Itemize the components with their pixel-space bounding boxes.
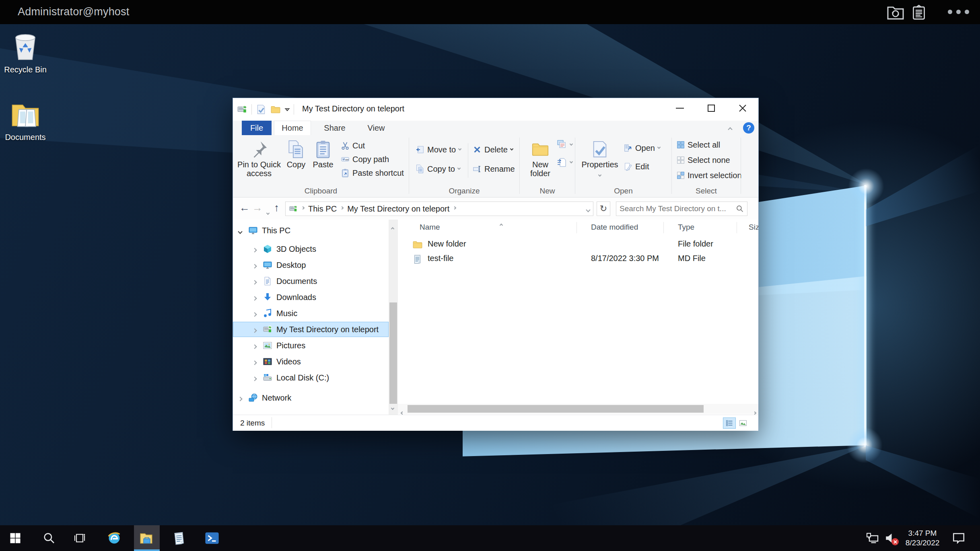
expander-icon[interactable] bbox=[253, 309, 256, 318]
select-all-button[interactable]: Select all bbox=[677, 139, 720, 150]
task-view-button[interactable] bbox=[67, 525, 93, 551]
taskbar-file-explorer[interactable] bbox=[134, 525, 160, 551]
tree-item-local-disk-c[interactable]: Local Disk (C:) bbox=[233, 370, 389, 385]
navigation-scrollbar[interactable] bbox=[389, 220, 398, 415]
tab-file[interactable]: File bbox=[242, 121, 272, 135]
recent-locations-icon[interactable] bbox=[267, 207, 269, 216]
open-button[interactable]: Open bbox=[624, 142, 660, 154]
tree-item-desktop[interactable]: Desktop bbox=[233, 257, 389, 273]
address-bar[interactable]: This PC My Test Directory on teleport bbox=[285, 201, 593, 216]
qat-new-folder-icon[interactable] bbox=[270, 104, 281, 115]
file-list-horizontal-scrollbar[interactable] bbox=[398, 404, 758, 414]
action-center-button[interactable] bbox=[952, 525, 966, 551]
tree-item-downloads[interactable]: Downloads bbox=[233, 290, 389, 305]
column-header-date-modified[interactable]: Date modified bbox=[591, 223, 638, 232]
taskbar-internet-explorer[interactable] bbox=[101, 525, 127, 551]
taskbar-search-button[interactable] bbox=[36, 525, 62, 551]
tree-item-videos[interactable]: Videos bbox=[233, 354, 389, 369]
easy-access-button[interactable] bbox=[557, 157, 572, 168]
breadcrumb-this-pc[interactable]: This PC bbox=[308, 204, 337, 214]
tray-network[interactable] bbox=[866, 525, 880, 551]
tree-item-this-pc[interactable]: This PC bbox=[233, 223, 389, 238]
file-row-test-file[interactable]: test-file 8/17/2022 3:30 PM MD File bbox=[398, 252, 758, 266]
tree-item-network[interactable]: Network bbox=[233, 390, 389, 405]
refresh-button[interactable]: ↻ bbox=[597, 201, 610, 216]
expander-icon[interactable] bbox=[253, 293, 256, 302]
invert-selection-button[interactable]: Invert selection bbox=[677, 170, 742, 181]
help-button[interactable]: ? bbox=[743, 122, 754, 134]
move-to-button[interactable]: Move to bbox=[416, 144, 461, 155]
ribbon-collapse-icon[interactable] bbox=[729, 124, 732, 133]
tree-item-music[interactable]: Music bbox=[233, 306, 389, 321]
tree-item-documents[interactable]: Documents bbox=[233, 273, 389, 289]
maximize-button[interactable] bbox=[698, 98, 725, 118]
up-icon[interactable]: ↑ bbox=[274, 201, 279, 214]
paste-shortcut-button[interactable]: Paste shortcut bbox=[341, 167, 404, 179]
edit-button[interactable]: Edit bbox=[624, 161, 649, 172]
taskbar-notepad[interactable] bbox=[167, 525, 192, 551]
tray-volume[interactable] bbox=[884, 525, 898, 551]
delete-button[interactable]: Delete bbox=[473, 144, 513, 155]
paste-button[interactable]: Paste bbox=[310, 138, 336, 169]
more-options-icon[interactable] bbox=[948, 10, 969, 14]
tree-item-my-test-directory[interactable]: My Test Directory on teleport bbox=[233, 322, 389, 337]
desktop-icon-documents[interactable]: Documents bbox=[3, 100, 47, 142]
clipboard-sharing-icon[interactable] bbox=[912, 5, 926, 20]
tab-view[interactable]: View bbox=[358, 121, 394, 135]
large-icons-view-button[interactable] bbox=[737, 417, 749, 429]
taskbar-clock[interactable]: 3:47 PM 8/23/2022 bbox=[900, 528, 945, 548]
tree-item-3d-objects[interactable]: 3D Objects bbox=[233, 241, 389, 257]
scroll-right-icon[interactable] bbox=[754, 407, 756, 415]
close-button[interactable] bbox=[729, 98, 756, 118]
back-icon[interactable]: ← bbox=[239, 201, 250, 214]
scroll-up-icon[interactable] bbox=[391, 223, 394, 232]
pin-to-quick-access-button[interactable]: Pin to Quick access bbox=[235, 138, 283, 178]
select-none-button[interactable]: Select none bbox=[677, 154, 730, 166]
breadcrumb-current-folder[interactable]: My Test Directory on teleport bbox=[347, 204, 449, 214]
cut-button[interactable]: Cut bbox=[341, 140, 365, 151]
copy-to-button[interactable]: Copy to bbox=[416, 163, 460, 175]
expander-icon[interactable] bbox=[253, 373, 256, 382]
expander-icon[interactable] bbox=[253, 325, 256, 334]
expander-icon[interactable] bbox=[253, 261, 256, 270]
scroll-left-icon[interactable] bbox=[401, 407, 404, 415]
qat-properties-icon[interactable] bbox=[256, 104, 266, 115]
desktop-icon-label: Documents bbox=[3, 133, 47, 142]
file-row-new-folder[interactable]: New folder File folder bbox=[398, 237, 758, 252]
scrollbar-thumb[interactable] bbox=[408, 405, 704, 413]
details-view-button[interactable] bbox=[723, 417, 736, 429]
tab-share[interactable]: Share bbox=[316, 121, 354, 135]
expander-icon[interactable] bbox=[253, 245, 256, 254]
new-item-button[interactable] bbox=[557, 139, 572, 150]
search-input[interactable] bbox=[620, 204, 736, 213]
expander-icon[interactable] bbox=[253, 341, 256, 350]
tree-item-pictures[interactable]: Pictures bbox=[233, 338, 389, 353]
forward-icon[interactable]: → bbox=[252, 201, 263, 214]
search-icon[interactable] bbox=[736, 205, 744, 213]
title-bar[interactable]: My Test Directory on teleport bbox=[233, 98, 758, 121]
address-dropdown-icon[interactable] bbox=[587, 204, 590, 214]
column-header-name[interactable]: Name bbox=[420, 223, 440, 232]
new-folder-button[interactable]: New folder bbox=[527, 138, 554, 178]
desktop-icon-recycle-bin[interactable]: Recycle Bin bbox=[3, 28, 47, 74]
start-button[interactable] bbox=[2, 525, 28, 551]
rename-button[interactable]: Rename bbox=[473, 163, 515, 175]
scroll-down-icon[interactable] bbox=[391, 402, 394, 411]
clock-time: 3:47 PM bbox=[900, 528, 945, 538]
scrollbar-thumb[interactable] bbox=[389, 302, 397, 404]
column-header-size[interactable]: Size bbox=[749, 223, 758, 232]
expander-icon[interactable] bbox=[253, 357, 256, 366]
minimize-button[interactable] bbox=[667, 98, 693, 118]
search-box[interactable] bbox=[616, 201, 747, 216]
expander-icon[interactable] bbox=[239, 226, 242, 235]
taskbar-powershell[interactable] bbox=[199, 525, 225, 551]
copy-button[interactable]: Copy bbox=[284, 138, 309, 169]
expander-icon[interactable] bbox=[253, 277, 256, 286]
column-header-type[interactable]: Type bbox=[678, 223, 694, 232]
tab-home[interactable]: Home bbox=[274, 121, 311, 135]
properties-button[interactable]: Properties bbox=[581, 138, 619, 178]
file-transfer-icon[interactable] bbox=[887, 5, 904, 20]
expander-icon[interactable] bbox=[239, 393, 242, 403]
copy-path-button[interactable]: Copy path bbox=[341, 154, 389, 165]
qat-customize-icon[interactable] bbox=[285, 108, 290, 111]
